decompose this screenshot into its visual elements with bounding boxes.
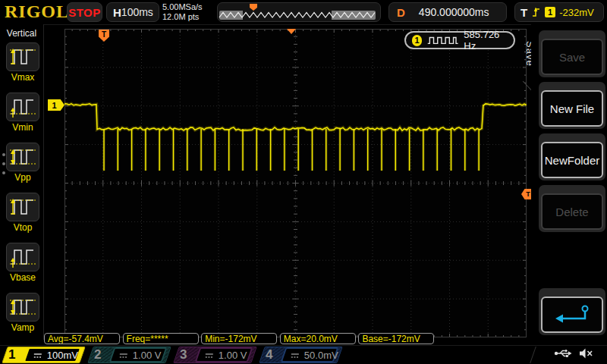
measurement-avg: Avg=-57.4mV [44, 333, 120, 344]
t-label: T [521, 6, 527, 19]
waveform-position-preview[interactable] [217, 2, 381, 22]
vtop-icon [6, 193, 39, 221]
status-divider [530, 347, 536, 363]
measure-item-vamp[interactable]: Vamp [5, 293, 40, 333]
waveform-display-area[interactable] [64, 29, 527, 337]
measure-item-label: Vamp [5, 322, 40, 333]
trigger-level-value: -232mV [559, 7, 594, 18]
measurement-freq: Freq=***** [123, 333, 199, 344]
menu-button-back-label [541, 297, 603, 333]
channel-1-status[interactable]: 1100mV [2, 347, 86, 363]
channel-2-scale-box: 1.00 V [109, 347, 168, 362]
menu-button-delete-label: Delete [541, 193, 603, 230]
measure-item-vmin[interactable]: Vmin [5, 93, 40, 133]
channel-4-scale: 50.0mV [304, 350, 338, 361]
trigger-source-badge: 1 [545, 7, 555, 17]
channel-4-number: 4 [266, 347, 272, 362]
channel1-ground-marker[interactable]: 1 [48, 99, 64, 111]
measure-item-vpp[interactable]: Vpp [5, 143, 40, 183]
timebase-value: 100ms [121, 6, 153, 18]
measure-item-vbase[interactable]: Vbase [5, 243, 40, 283]
acquisition-info: 5.00MSa/s 12.0M pts [162, 2, 203, 22]
page-indicator-dot [2, 171, 5, 174]
vamp-icon [6, 293, 39, 322]
dc-coupling-icon [205, 351, 214, 359]
d-label: D [397, 6, 405, 19]
channel-1-number: 1 [8, 347, 15, 362]
vbase-icon [6, 243, 39, 271]
channel-3-number: 3 [180, 347, 187, 362]
top-status-bar: RIGOL STOP H 100ms 5.00MSa/s 12.0M pts D… [0, 0, 607, 25]
channel-2-status[interactable]: 21.00 V [87, 347, 171, 363]
channel-4-scale-box: 50.0mV [281, 347, 339, 362]
measure-menu-title: Vertical [0, 24, 43, 39]
usb-icon [554, 348, 572, 359]
measure-item-vmax[interactable]: Vmax [5, 42, 40, 83]
measure-item-label: Vtop [5, 222, 40, 233]
run-state-indicator[interactable]: STOP [67, 2, 102, 22]
measure-item-label: Vpp [5, 172, 40, 183]
channel-2-number: 2 [94, 347, 101, 362]
preview-waveform-icon [218, 3, 379, 21]
channel-2-scale: 1.00 V [133, 350, 162, 361]
menu-button-save[interactable]: Save [539, 30, 605, 77]
vmin-icon [6, 93, 39, 121]
memory-depth: 12.0M pts [162, 12, 203, 22]
rising-edge-icon [531, 6, 541, 18]
trigger-delay[interactable]: D 490.000000ms [388, 2, 507, 22]
dc-coupling-icon [33, 351, 42, 359]
return-arrow-icon [550, 303, 594, 327]
measure-item-vtop[interactable]: Vtop [5, 193, 40, 233]
freq-counter-channel-badge: 1 [412, 35, 422, 46]
vmax-icon [6, 42, 39, 71]
horizontal-timebase[interactable]: H 100ms [106, 2, 159, 22]
measurement-max: Max=20.0mV [280, 333, 356, 344]
trigger-settings[interactable]: T 1 -232mV [514, 2, 604, 22]
menu-button-new-file-label: New File [541, 90, 603, 127]
oscilloscope-screen: RIGOL STOP H 100ms 5.00MSa/s 12.0M pts D… [0, 0, 607, 364]
channel-3-status[interactable]: 31.00 V [173, 347, 257, 363]
measure-item-label: Vbase [5, 272, 40, 283]
measure-item-label: Vmax [5, 72, 40, 83]
preview-trigger-flag [250, 4, 257, 11]
menu-button-delete[interactable]: Delete [539, 185, 605, 232]
channel-1-scale: 100mV [47, 350, 78, 361]
channel-3-scale-box: 1.00 V [195, 347, 253, 362]
channel-4-status[interactable]: 450.0mV [259, 347, 343, 363]
run-state-label: STOP [68, 6, 101, 19]
page-indicator-dot [2, 162, 5, 165]
page-indicator-dot [2, 153, 5, 156]
dc-coupling-icon [291, 351, 300, 359]
dc-coupling-icon [119, 351, 128, 359]
sample-rate: 5.00MSa/s [162, 2, 203, 12]
measure-menu: Vertical VmaxVminVppVtopVbaseVamp [0, 24, 44, 340]
screen-center-marker-icon [287, 29, 296, 34]
channel-3-scale: 1.00 V [219, 350, 247, 361]
channel-1-scale-box: 100mV [24, 347, 82, 362]
vpp-icon [6, 143, 39, 171]
menu-button-newfolder[interactable]: NewFolder [539, 133, 605, 180]
frequency-counter: 1 585.726 Hz [404, 31, 515, 49]
rigol-logo: RIGOL [5, 2, 69, 22]
measure-item-label: Vmin [5, 122, 40, 133]
menu-button-save-label: Save [541, 39, 603, 75]
save-menu: SaveNew FileNewFolderDelete [531, 24, 607, 340]
square-wave-icon [426, 33, 459, 47]
menu-button-newfolder-label: NewFolder [541, 142, 603, 178]
delay-value: 490.000000ms [419, 6, 489, 18]
sound-muted-icon [578, 347, 593, 359]
menu-button-new-file[interactable]: New File [539, 82, 605, 129]
channel-status-bar: 1100mV21.00 V31.00 V450.0mV [0, 345, 607, 364]
menu-button-back[interactable] [539, 288, 605, 335]
h-label: H [113, 6, 121, 19]
measurement-base: Base=-172mV [358, 333, 434, 344]
freq-counter-value: 585.726 Hz [464, 29, 508, 52]
measurement-min: Min=-172mV [201, 333, 277, 344]
